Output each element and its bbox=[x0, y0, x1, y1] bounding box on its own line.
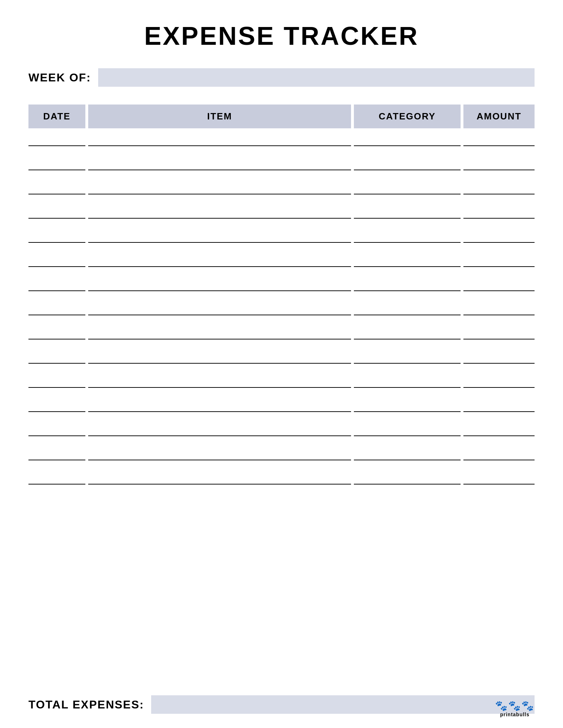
row-date-0[interactable] bbox=[28, 135, 85, 146]
row-item-9[interactable] bbox=[88, 353, 351, 364]
row-item-1[interactable] bbox=[88, 160, 351, 170]
table-row bbox=[28, 329, 535, 339]
row-item-11[interactable] bbox=[88, 401, 351, 412]
row-item-7[interactable] bbox=[88, 305, 351, 315]
row-amount-9[interactable] bbox=[463, 353, 535, 364]
total-input[interactable] bbox=[151, 695, 535, 714]
row-amount-11[interactable] bbox=[463, 401, 535, 412]
row-date-8[interactable] bbox=[28, 329, 85, 339]
row-item-8[interactable] bbox=[88, 329, 351, 339]
row-date-7[interactable] bbox=[28, 305, 85, 315]
row-amount-3[interactable] bbox=[463, 208, 535, 219]
header-date: DATE bbox=[28, 105, 85, 128]
row-amount-0[interactable] bbox=[463, 135, 535, 146]
row-amount-4[interactable] bbox=[463, 232, 535, 243]
row-date-11[interactable] bbox=[28, 401, 85, 412]
row-category-7[interactable] bbox=[354, 305, 461, 315]
row-item-0[interactable] bbox=[88, 135, 351, 146]
table-row bbox=[28, 377, 535, 388]
header-category: CATEGORY bbox=[354, 105, 461, 128]
row-category-9[interactable] bbox=[354, 353, 461, 364]
table-row bbox=[28, 232, 535, 243]
table-row bbox=[28, 450, 535, 460]
row-amount-5[interactable] bbox=[463, 256, 535, 267]
row-category-5[interactable] bbox=[354, 256, 461, 267]
row-amount-2[interactable] bbox=[463, 184, 535, 194]
table-row bbox=[28, 353, 535, 364]
row-category-11[interactable] bbox=[354, 401, 461, 412]
row-category-10[interactable] bbox=[354, 377, 461, 388]
table-row bbox=[28, 474, 535, 485]
row-item-3[interactable] bbox=[88, 208, 351, 219]
row-item-5[interactable] bbox=[88, 256, 351, 267]
row-amount-13[interactable] bbox=[463, 450, 535, 460]
row-amount-10[interactable] bbox=[463, 377, 535, 388]
row-date-12[interactable] bbox=[28, 425, 85, 436]
table-row bbox=[28, 305, 535, 315]
table-row bbox=[28, 256, 535, 267]
row-item-2[interactable] bbox=[88, 184, 351, 194]
header-item: ITEM bbox=[88, 105, 351, 128]
row-item-4[interactable] bbox=[88, 232, 351, 243]
row-amount-8[interactable] bbox=[463, 329, 535, 339]
table-row bbox=[28, 425, 535, 436]
table-row bbox=[28, 160, 535, 170]
row-category-6[interactable] bbox=[354, 280, 461, 291]
row-date-14[interactable] bbox=[28, 474, 85, 485]
row-category-12[interactable] bbox=[354, 425, 461, 436]
total-label: TOTAL EXPENSES: bbox=[28, 698, 144, 711]
watermark-icon: 🐾🐾🐾 bbox=[495, 700, 535, 712]
row-date-5[interactable] bbox=[28, 256, 85, 267]
row-category-1[interactable] bbox=[354, 160, 461, 170]
row-category-13[interactable] bbox=[354, 450, 461, 460]
page-title: EXPENSE TRACKER bbox=[144, 21, 419, 50]
week-of-label: WEEK OF: bbox=[28, 71, 91, 84]
row-amount-7[interactable] bbox=[463, 305, 535, 315]
week-of-row: WEEK OF: bbox=[28, 68, 535, 87]
table-row bbox=[28, 208, 535, 219]
row-date-4[interactable] bbox=[28, 232, 85, 243]
row-category-14[interactable] bbox=[354, 474, 461, 485]
row-date-10[interactable] bbox=[28, 377, 85, 388]
table-row bbox=[28, 401, 535, 412]
total-row: TOTAL EXPENSES: bbox=[28, 695, 535, 714]
row-date-6[interactable] bbox=[28, 280, 85, 291]
table-rows bbox=[28, 135, 535, 485]
row-date-2[interactable] bbox=[28, 184, 85, 194]
watermark: 🐾🐾🐾 printabulls bbox=[495, 700, 535, 717]
row-amount-6[interactable] bbox=[463, 280, 535, 291]
row-amount-12[interactable] bbox=[463, 425, 535, 436]
row-item-12[interactable] bbox=[88, 425, 351, 436]
row-category-0[interactable] bbox=[354, 135, 461, 146]
week-of-input[interactable] bbox=[98, 68, 535, 87]
row-item-14[interactable] bbox=[88, 474, 351, 485]
row-category-8[interactable] bbox=[354, 329, 461, 339]
row-date-9[interactable] bbox=[28, 353, 85, 364]
table-row bbox=[28, 184, 535, 194]
table-header: DATE ITEM CATEGORY AMOUNT bbox=[28, 105, 535, 128]
row-category-2[interactable] bbox=[354, 184, 461, 194]
row-date-1[interactable] bbox=[28, 160, 85, 170]
row-category-4[interactable] bbox=[354, 232, 461, 243]
row-item-13[interactable] bbox=[88, 450, 351, 460]
header-amount: AMOUNT bbox=[463, 105, 535, 128]
expense-table: DATE ITEM CATEGORY AMOUNT bbox=[28, 105, 535, 681]
row-amount-14[interactable] bbox=[463, 474, 535, 485]
watermark-text: printabulls bbox=[500, 712, 530, 717]
table-row bbox=[28, 280, 535, 291]
row-date-3[interactable] bbox=[28, 208, 85, 219]
row-item-10[interactable] bbox=[88, 377, 351, 388]
row-category-3[interactable] bbox=[354, 208, 461, 219]
row-item-6[interactable] bbox=[88, 280, 351, 291]
table-row bbox=[28, 135, 535, 146]
row-date-13[interactable] bbox=[28, 450, 85, 460]
row-amount-1[interactable] bbox=[463, 160, 535, 170]
